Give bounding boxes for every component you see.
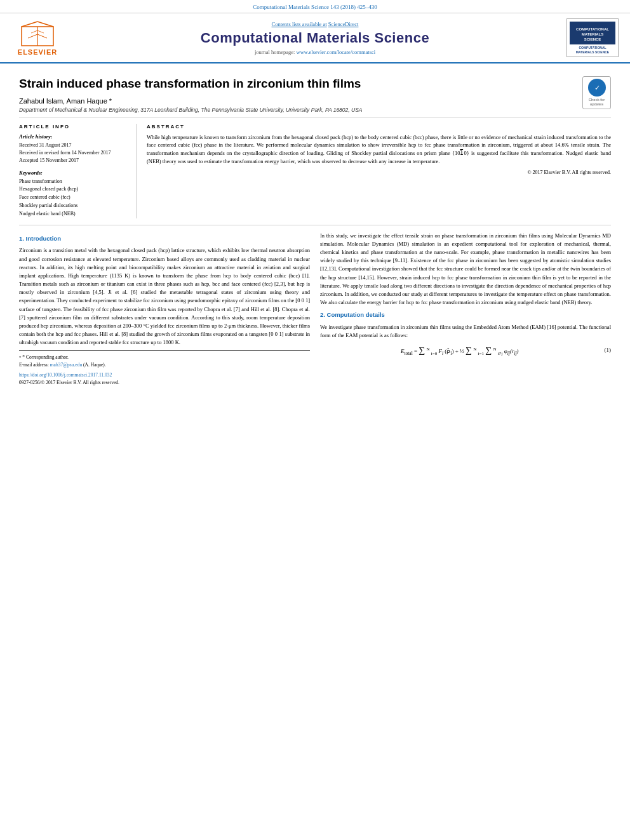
formula-plus-symbol: + <box>455 348 460 354</box>
article-history-title: Article history: <box>19 133 128 140</box>
intro-paragraph-1: Zirconium is a transition metal with the… <box>19 246 310 347</box>
formula-section: Etotal = ∑ N i=0 Fi (ρ̄i) + ½ ∑ N i=1 ∑ <box>320 343 611 357</box>
keyword-1: Phase transformation <box>19 178 128 186</box>
formula-total-sub: total <box>404 350 412 356</box>
journal-logo-right: COMPUTATIONAL MATERIALS SCIENCE COMPUTAT… <box>564 18 621 57</box>
svg-line-4 <box>28 34 37 38</box>
keywords-list: Phase transformation Hexagonal closed pa… <box>19 178 128 218</box>
elsevier-tree-icon <box>18 20 57 47</box>
keyword-4: Shockley partial dislocations <box>19 202 128 210</box>
footnote-email-name: (A. Haque). <box>83 362 106 368</box>
formula-half-symbol: ½ <box>460 348 464 354</box>
article-title-text: Strain induced phase transformation in z… <box>19 76 576 113</box>
svg-line-7 <box>37 30 44 33</box>
svg-line-5 <box>37 34 47 38</box>
sciencedirect-link: Contents lists available at ScienceDirec… <box>72 21 558 27</box>
formula-rho-symbol: (ρ̄i) <box>445 348 453 354</box>
body-left-col: 1. Introduction Zirconium is a transitio… <box>19 232 310 387</box>
svg-text:✓: ✓ <box>594 84 600 91</box>
formula-sum2-limits: N <box>473 347 476 352</box>
formula-sum2-lower: i=1 <box>478 351 484 356</box>
svg-text:MATERIALS: MATERIALS <box>582 32 604 36</box>
formula-row: Etotal = ∑ N i=0 Fi (ρ̄i) + ½ ∑ N i=1 ∑ <box>320 343 611 357</box>
keyword-2: Hexagonal closed pack (hcp) <box>19 185 128 194</box>
doi-row: https://doi.org/10.1016/j.commatsci.2017… <box>19 371 310 379</box>
formula-phi-symbol: φij(rij) <box>504 348 519 354</box>
article-affiliation: Department of Mechanical & Nuclear Engin… <box>19 107 576 113</box>
svg-line-6 <box>31 30 37 33</box>
keywords-title: Keywords: <box>19 170 128 176</box>
check-for-updates-badge: ✓ Check for updates <box>582 76 611 109</box>
svg-text:SCIENCE: SCIENCE <box>584 37 601 41</box>
check-updates-label: Check for updates <box>585 98 608 107</box>
intro-paragraph-2: In this study, we investigate the effect… <box>320 232 611 307</box>
footnote-email-address[interactable]: mah37@psu.edu <box>50 362 82 368</box>
sciencedirect-text[interactable]: ScienceDirect <box>328 21 359 27</box>
formula-Fi-symbol: Fi <box>439 348 444 354</box>
formula-sum3-limits: N <box>493 347 496 352</box>
svg-line-2 <box>37 22 53 27</box>
article-authors: Zahabul Islam, Aman Haque * <box>19 97 576 105</box>
comp-paragraph-1: We investigate phase transformation in z… <box>320 323 611 340</box>
body-two-col: 1. Introduction Zirconium is a transitio… <box>19 225 611 387</box>
formula-number: (1) <box>605 346 612 355</box>
cms-logo-graphic: COMPUTATIONAL MATERIALS SCIENCE <box>572 23 613 43</box>
elsevier-logo-left: ELSEVIER <box>9 20 66 56</box>
elsevier-wordmark: ELSEVIER <box>18 48 57 56</box>
check-icon: ✓ <box>588 79 606 97</box>
abstract-label: ABSTRACT <box>147 124 611 130</box>
check-circle-icon: ✓ <box>591 82 603 93</box>
issn-row: 0927-0256/© 2017 Elsevier B.V. All right… <box>19 379 310 387</box>
svg-text:COMPUTATIONAL: COMPUTATIONAL <box>576 27 609 31</box>
doi-link[interactable]: https://doi.org/10.1016/j.commatsci.2017… <box>19 372 112 378</box>
article-info-abstract-section: ARTICLE INFO Article history: Received 3… <box>19 117 611 225</box>
journal-top-bar: Computational Materials Science 143 (201… <box>0 0 630 13</box>
formula-sum3-symbol: ∑ <box>485 345 492 355</box>
journal-homepage: journal homepage: www.elsevier.com/locat… <box>72 49 558 55</box>
article-title: Strain induced phase transformation in z… <box>19 76 576 92</box>
article-info-col: ARTICLE INFO Article history: Received 3… <box>19 124 137 218</box>
article-info-label: ARTICLE INFO <box>19 124 128 130</box>
issn-text: 0927-0256/© 2017 Elsevier B.V. All right… <box>19 380 119 385</box>
keyword-5: Nudged elastic band (NEB) <box>19 210 128 218</box>
formula-sum2-symbol: ∑ <box>466 345 472 355</box>
formula-sum1-lower: i=0 <box>431 351 437 356</box>
journal-title: Computational Materials Science <box>72 30 558 46</box>
abstract-col: ABSTRACT While high temperature is known… <box>147 124 611 218</box>
abstract-copyright: © 2017 Elsevier B.V. All rights reserved… <box>147 170 611 175</box>
journal-citation: Computational Materials Science 143 (201… <box>253 4 377 10</box>
journal-header: ELSEVIER Contents lists available at Sci… <box>0 13 630 63</box>
cms-logo-box: COMPUTATIONAL MATERIALS SCIENCE COMPUTAT… <box>566 18 619 57</box>
journal-header-center: Contents lists available at ScienceDirec… <box>72 21 558 55</box>
section2-heading: 2. Computation details <box>320 310 611 320</box>
svg-line-1 <box>22 22 37 27</box>
keyword-3: Face centered cubic (fcc) <box>19 194 128 202</box>
article-title-section: Strain induced phase transformation in z… <box>19 70 611 117</box>
abstract-paragraph: While high temperature is known to trans… <box>147 133 611 166</box>
formula-equation: Etotal = ∑ N i=0 Fi (ρ̄i) + ½ ∑ N i=1 ∑ <box>320 343 600 357</box>
received-date: Received 31 August 2017 <box>19 142 128 149</box>
homepage-link[interactable]: www.elsevier.com/locate/commatsci <box>297 49 376 55</box>
formula-sum1-limits: N <box>427 347 430 352</box>
formula-sum3-lower: i≠j <box>498 351 503 356</box>
footnote-corresponding-text: * Corresponding author. <box>22 354 69 360</box>
accepted-date: Accepted 15 November 2017 <box>19 157 128 164</box>
footnote-email-label: E-mail address: <box>19 362 49 368</box>
body-right-col: In this study, we investigate the effect… <box>320 232 611 387</box>
formula-sum1-symbol: ∑ <box>419 345 425 355</box>
abstract-text: While high temperature is known to trans… <box>147 133 611 166</box>
footnote-corresponding: * * Corresponding author. <box>19 354 310 361</box>
section1-heading: 1. Introduction <box>19 234 310 244</box>
footnote-area: * * Corresponding author. E-mail address… <box>19 350 310 386</box>
cms-box-title: COMPUTATIONAL MATERIALS SCIENCE <box>570 46 615 54</box>
footnote-email-row: E-mail address: mah37@psu.edu (A. Haque)… <box>19 361 310 369</box>
received-revised-date: Received in revised form 14 November 201… <box>19 149 128 157</box>
main-content: Strain induced phase transformation in z… <box>0 63 630 399</box>
